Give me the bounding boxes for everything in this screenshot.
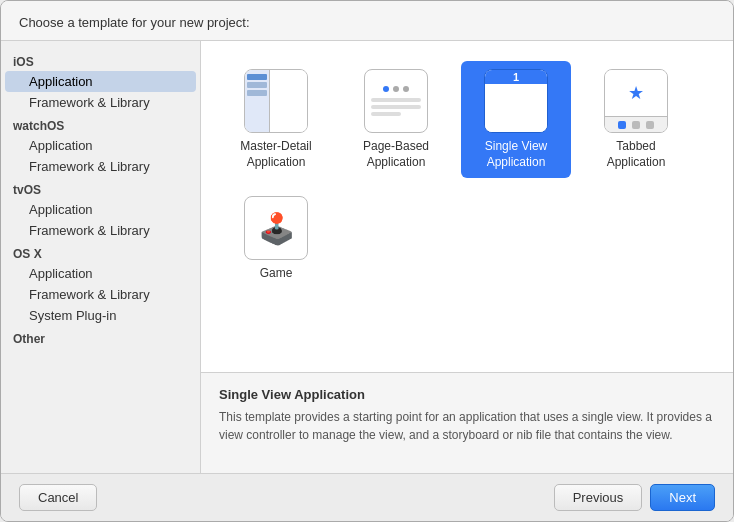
sidebar: iOSApplicationFramework & LibrarywatchOS… [1,41,201,473]
template-item-master-detail[interactable]: Master-Detail Application [221,61,331,178]
sidebar-item-tvos-application[interactable]: Application [5,199,196,220]
sidebar-item-tvos-framework[interactable]: Framework & Library [5,220,196,241]
description-title: Single View Application [219,387,715,402]
master-detail-icon [244,69,308,133]
sidebar-section-ios: iOS [1,49,200,71]
template-item-single-view[interactable]: 1 Single View Application [461,61,571,178]
master-detail-label: Master-Detail Application [240,139,311,170]
sidebar-item-ios-framework[interactable]: Framework & Library [5,92,196,113]
tabbed-icon: ★ [604,69,668,133]
template-grid: Master-Detail Application Page-Based App… [201,41,733,373]
single-view-label: Single View Application [485,139,547,170]
sidebar-item-osx-application[interactable]: Application [5,263,196,284]
template-item-page-based[interactable]: Page-Based Application [341,61,451,178]
single-view-icon: 1 [484,69,548,133]
dialog-title: Choose a template for your new project: [19,15,250,30]
page-based-icon [364,69,428,133]
sidebar-item-watchos-application[interactable]: Application [5,135,196,156]
sidebar-item-osx-framework[interactable]: Framework & Library [5,284,196,305]
sidebar-section-watchos: watchOS [1,113,200,135]
sidebar-item-watchos-framework[interactable]: Framework & Library [5,156,196,177]
dialog-footer: Cancel Previous Next [1,473,733,521]
tabbed-label: Tabbed Application [607,139,666,170]
main-dialog: Choose a template for your new project: … [0,0,734,522]
page-based-label: Page-Based Application [363,139,429,170]
sidebar-section-other: Other [1,326,200,348]
dialog-body: iOSApplicationFramework & LibrarywatchOS… [1,41,733,473]
dialog-header: Choose a template for your new project: [1,1,733,41]
main-content: Master-Detail Application Page-Based App… [201,41,733,473]
sidebar-section-os-x: OS X [1,241,200,263]
sidebar-item-ios-application[interactable]: Application [5,71,196,92]
sidebar-section-tvos: tvOS [1,177,200,199]
next-button[interactable]: Next [650,484,715,511]
template-item-game[interactable]: 🕹️Game [221,188,331,290]
template-item-tabbed[interactable]: ★ Tabbed Application [581,61,691,178]
sidebar-item-osx-plugin[interactable]: System Plug-in [5,305,196,326]
game-label: Game [260,266,293,282]
cancel-button[interactable]: Cancel [19,484,97,511]
nav-buttons: Previous Next [554,484,715,511]
description-panel: Single View Application This template pr… [201,373,733,473]
previous-button[interactable]: Previous [554,484,643,511]
description-text: This template provides a starting point … [219,408,715,444]
game-icon: 🕹️ [244,196,308,260]
